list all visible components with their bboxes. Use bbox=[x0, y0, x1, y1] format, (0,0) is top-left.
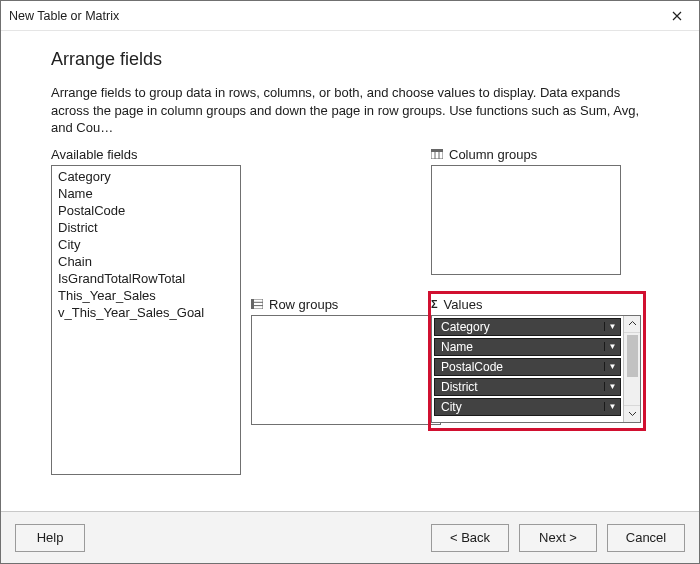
available-fields-section: Available fields Category Name PostalCod… bbox=[51, 147, 241, 475]
row-groups-section: Row groups bbox=[251, 297, 441, 425]
value-chip[interactable]: City ▼ bbox=[434, 398, 621, 416]
column-groups-text: Column groups bbox=[449, 147, 537, 162]
cancel-button[interactable]: Cancel bbox=[607, 524, 685, 552]
row-groups-icon bbox=[251, 299, 263, 309]
chevron-down-icon bbox=[629, 411, 636, 416]
value-chip-label: PostalCode bbox=[435, 360, 604, 374]
next-button[interactable]: Next > bbox=[519, 524, 597, 552]
fields-layout: Available fields Category Name PostalCod… bbox=[51, 147, 649, 507]
value-chip[interactable]: PostalCode ▼ bbox=[434, 358, 621, 376]
values-dropzone[interactable]: Category ▼ Name ▼ PostalCode ▼ Distric bbox=[431, 315, 641, 423]
window-title: New Table or Matrix bbox=[9, 9, 659, 23]
list-item[interactable]: Chain bbox=[52, 253, 240, 270]
column-groups-section: Column groups bbox=[431, 147, 621, 275]
column-groups-icon bbox=[431, 149, 443, 159]
list-item[interactable]: This_Year_Sales bbox=[52, 287, 240, 304]
values-text: Values bbox=[444, 297, 483, 312]
list-item[interactable]: City bbox=[52, 236, 240, 253]
scroll-down-button[interactable] bbox=[624, 405, 640, 422]
sigma-icon: Σ bbox=[431, 298, 438, 310]
value-chip[interactable]: Category ▼ bbox=[434, 318, 621, 336]
page-description: Arrange fields to group data in rows, co… bbox=[51, 84, 649, 137]
scrollbar-thumb[interactable] bbox=[627, 335, 638, 377]
row-groups-text: Row groups bbox=[269, 297, 338, 312]
scroll-up-button[interactable] bbox=[624, 316, 640, 333]
chevron-down-icon[interactable]: ▼ bbox=[604, 322, 620, 331]
svg-rect-7 bbox=[251, 299, 254, 309]
list-item[interactable]: IsGrandTotalRowTotal bbox=[52, 270, 240, 287]
value-chip[interactable]: District ▼ bbox=[434, 378, 621, 396]
value-chip-label: Category bbox=[435, 320, 604, 334]
value-chip-label: District bbox=[435, 380, 604, 394]
list-item[interactable]: PostalCode bbox=[52, 202, 240, 219]
available-fields-label: Available fields bbox=[51, 147, 241, 162]
values-list: Category ▼ Name ▼ PostalCode ▼ Distric bbox=[432, 316, 623, 422]
footer-bar: Help < Back Next > Cancel bbox=[1, 511, 699, 563]
column-groups-dropzone[interactable] bbox=[431, 165, 621, 275]
chevron-down-icon[interactable]: ▼ bbox=[604, 362, 620, 371]
chevron-up-icon bbox=[629, 321, 636, 326]
list-item[interactable]: District bbox=[52, 219, 240, 236]
list-item[interactable]: Name bbox=[52, 185, 240, 202]
chevron-down-icon[interactable]: ▼ bbox=[604, 342, 620, 351]
available-fields-list[interactable]: Category Name PostalCode District City C… bbox=[51, 165, 241, 475]
row-groups-dropzone[interactable] bbox=[251, 315, 441, 425]
back-button[interactable]: < Back bbox=[431, 524, 509, 552]
value-chip-label: Name bbox=[435, 340, 604, 354]
chevron-down-icon[interactable]: ▼ bbox=[604, 382, 620, 391]
values-scrollbar[interactable] bbox=[623, 316, 640, 422]
chevron-down-icon[interactable]: ▼ bbox=[604, 402, 620, 411]
value-chip-label: City bbox=[435, 400, 604, 414]
values-section: Σ Values Category ▼ Name ▼ bbox=[431, 297, 641, 423]
close-button[interactable] bbox=[659, 2, 695, 30]
titlebar: New Table or Matrix bbox=[1, 1, 699, 31]
list-item[interactable]: Category bbox=[52, 168, 240, 185]
page-heading: Arrange fields bbox=[51, 49, 649, 70]
column-groups-label: Column groups bbox=[431, 147, 621, 162]
content-area: Arrange fields Arrange fields to group d… bbox=[1, 31, 699, 511]
row-groups-label: Row groups bbox=[251, 297, 441, 312]
list-item[interactable]: v_This_Year_Sales_Goal bbox=[52, 304, 240, 321]
value-chip[interactable]: Name ▼ bbox=[434, 338, 621, 356]
svg-rect-3 bbox=[431, 149, 443, 152]
values-label: Σ Values bbox=[431, 297, 641, 312]
help-button[interactable]: Help bbox=[15, 524, 85, 552]
close-icon bbox=[672, 11, 682, 21]
dialog-window: New Table or Matrix Arrange fields Arran… bbox=[0, 0, 700, 564]
